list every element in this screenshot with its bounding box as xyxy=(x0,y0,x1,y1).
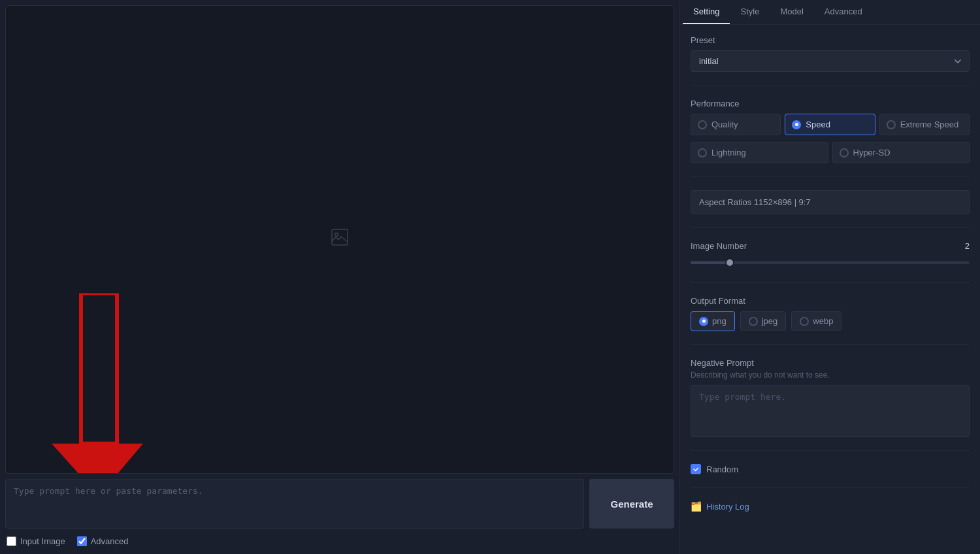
preset-group: Preset initial xyxy=(691,35,970,72)
perf-lightning-label: Lightning xyxy=(711,148,746,157)
image-number-value: 2 xyxy=(965,241,970,251)
format-options: png jpeg webp xyxy=(691,311,970,331)
generate-button[interactable]: Generate xyxy=(589,479,674,529)
image-number-group: Image Number 2 xyxy=(691,241,970,269)
slider-thumb xyxy=(725,258,734,267)
divider-5 xyxy=(691,344,970,345)
red-arrow-annotation xyxy=(39,293,182,474)
perf-hypersd-label: Hyper-SD xyxy=(853,148,890,157)
negative-prompt-input[interactable] xyxy=(691,385,970,437)
input-image-text: Input Image xyxy=(20,536,65,546)
slider-container xyxy=(691,256,970,269)
negative-prompt-group: Negative Prompt Describing what you do n… xyxy=(691,358,970,437)
format-jpeg-option[interactable]: jpeg xyxy=(740,311,787,331)
main-layout: Generate Input Image Advanced Setting St… xyxy=(0,0,980,554)
perf-extreme-label: Extreme Speed xyxy=(900,120,959,129)
prompt-row: Generate xyxy=(5,479,674,529)
image-number-label: Image Number xyxy=(691,241,747,251)
prompt-input[interactable] xyxy=(5,479,584,529)
preset-label: Preset xyxy=(691,35,970,45)
negative-prompt-sublabel: Describing what you do not want to see. xyxy=(691,370,970,380)
divider-2 xyxy=(691,176,970,177)
settings-content: Preset initial Performance Quality Speed xyxy=(680,25,980,522)
format-jpeg-dot xyxy=(749,317,758,326)
settings-panel: Setting Style Model Advanced Preset init… xyxy=(679,0,980,554)
history-log-link[interactable]: History Log xyxy=(706,502,749,512)
random-label: Random xyxy=(706,464,738,474)
output-format-group: Output Format png jpeg webp xyxy=(691,296,970,331)
svg-marker-3 xyxy=(52,444,143,474)
perf-extreme-option[interactable]: Extreme Speed xyxy=(879,114,970,135)
svg-rect-0 xyxy=(332,229,348,245)
advanced-text: Advanced xyxy=(91,536,129,546)
svg-point-1 xyxy=(335,233,338,236)
perf-speed-radio-dot xyxy=(792,120,801,129)
perf-extreme-radio-dot xyxy=(887,120,896,129)
image-number-row: Image Number 2 xyxy=(691,241,970,251)
format-webp-dot xyxy=(800,317,809,326)
perf-quality-option[interactable]: Quality xyxy=(691,114,781,135)
perf-speed-option[interactable]: Speed xyxy=(785,114,875,135)
preset-select[interactable]: initial xyxy=(691,50,970,72)
slider-track xyxy=(691,261,970,264)
divider-3 xyxy=(691,227,970,228)
random-checkbox[interactable] xyxy=(691,464,701,474)
performance-radio-row1: Quality Speed Extreme Speed xyxy=(691,114,970,135)
performance-group: Performance Quality Speed Extreme Speed xyxy=(691,99,970,163)
perf-lightning-option[interactable]: Lightning xyxy=(691,142,828,163)
perf-hypersd-radio-dot xyxy=(840,148,849,157)
tab-model[interactable]: Model xyxy=(770,0,813,24)
advanced-checkbox[interactable] xyxy=(77,536,87,546)
divider-1 xyxy=(691,85,970,86)
random-row[interactable]: Random xyxy=(691,464,970,474)
canvas-container xyxy=(5,5,674,474)
input-image-label[interactable]: Input Image xyxy=(7,536,65,546)
format-webp-label: webp xyxy=(813,316,833,326)
format-png-label: png xyxy=(712,316,727,326)
aspect-ratio-bar[interactable]: Aspect Ratios 1152×896 | 9:7 xyxy=(691,190,970,214)
svg-rect-2 xyxy=(81,293,117,444)
history-log-row[interactable]: 🗂️ History Log xyxy=(691,501,970,512)
canvas-placeholder-icon xyxy=(331,228,349,251)
tab-style[interactable]: Style xyxy=(730,0,770,24)
divider-6 xyxy=(691,450,970,451)
aspect-ratio-group: Aspect Ratios 1152×896 | 9:7 xyxy=(691,190,970,214)
settings-tabs: Setting Style Model Advanced xyxy=(680,0,980,25)
perf-quality-radio-dot xyxy=(698,120,707,129)
format-png-dot xyxy=(699,317,708,326)
divider-7 xyxy=(691,487,970,488)
perf-speed-label: Speed xyxy=(806,120,830,129)
history-icon: 🗂️ xyxy=(691,501,701,512)
tab-setting[interactable]: Setting xyxy=(683,0,730,24)
performance-label: Performance xyxy=(691,99,970,108)
negative-prompt-label: Negative Prompt xyxy=(691,358,970,368)
advanced-label[interactable]: Advanced xyxy=(77,536,129,546)
canvas-area: Generate Input Image Advanced xyxy=(0,0,679,554)
format-webp-option[interactable]: webp xyxy=(791,311,841,331)
format-jpeg-label: jpeg xyxy=(762,316,778,326)
performance-radio-row2: Lightning Hyper-SD xyxy=(691,142,970,163)
tab-advanced[interactable]: Advanced xyxy=(814,0,873,24)
perf-hypersd-option[interactable]: Hyper-SD xyxy=(832,142,970,163)
perf-lightning-radio-dot xyxy=(698,148,707,157)
divider-4 xyxy=(691,282,970,283)
bottom-controls: Input Image Advanced xyxy=(5,534,674,549)
input-image-checkbox[interactable] xyxy=(7,536,16,546)
format-png-option[interactable]: png xyxy=(691,311,735,331)
perf-quality-label: Quality xyxy=(711,120,738,129)
output-format-label: Output Format xyxy=(691,296,970,306)
